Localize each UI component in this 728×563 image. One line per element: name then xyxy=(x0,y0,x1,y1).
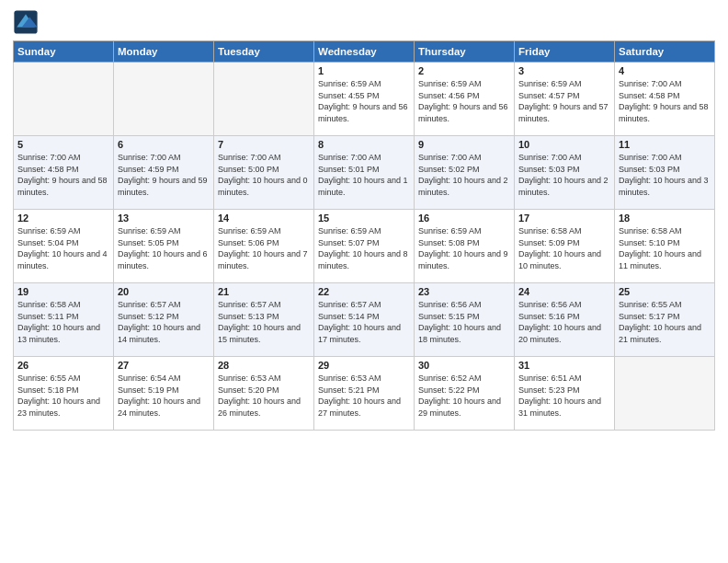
day-number: 15 xyxy=(318,213,410,224)
day-number: 25 xyxy=(619,286,711,297)
calendar-cell: 10Sunrise: 7:00 AM Sunset: 5:03 PM Dayli… xyxy=(515,136,615,210)
day-info: Sunrise: 6:56 AM Sunset: 5:15 PM Dayligh… xyxy=(418,299,510,345)
calendar-cell: 13Sunrise: 6:59 AM Sunset: 5:05 PM Dayli… xyxy=(114,210,214,283)
calendar-cell: 5Sunrise: 7:00 AM Sunset: 4:58 PM Daylig… xyxy=(14,136,114,210)
calendar-cell xyxy=(214,63,314,136)
day-info: Sunrise: 6:56 AM Sunset: 5:16 PM Dayligh… xyxy=(518,299,610,345)
calendar-cell: 7Sunrise: 7:00 AM Sunset: 5:00 PM Daylig… xyxy=(214,136,314,210)
calendar-cell: 29Sunrise: 6:53 AM Sunset: 5:21 PM Dayli… xyxy=(314,357,415,431)
calendar-cell: 26Sunrise: 6:55 AM Sunset: 5:18 PM Dayli… xyxy=(14,357,114,431)
day-number: 8 xyxy=(318,139,410,150)
calendar-table: SundayMondayTuesdayWednesdayThursdayFrid… xyxy=(13,40,715,431)
day-number: 17 xyxy=(518,213,610,224)
calendar-cell: 11Sunrise: 7:00 AM Sunset: 5:03 PM Dayli… xyxy=(615,136,715,210)
day-info: Sunrise: 6:54 AM Sunset: 5:19 PM Dayligh… xyxy=(118,373,210,419)
day-number: 24 xyxy=(518,286,610,297)
day-info: Sunrise: 6:59 AM Sunset: 4:57 PM Dayligh… xyxy=(518,78,610,124)
day-info: Sunrise: 6:57 AM Sunset: 5:14 PM Dayligh… xyxy=(318,299,410,345)
calendar-cell: 15Sunrise: 6:59 AM Sunset: 5:07 PM Dayli… xyxy=(314,210,415,283)
day-number: 13 xyxy=(118,213,210,224)
day-number: 22 xyxy=(318,286,410,297)
calendar-cell: 17Sunrise: 6:58 AM Sunset: 5:09 PM Dayli… xyxy=(515,210,615,283)
logo-icon xyxy=(13,9,39,35)
calendar-cell: 9Sunrise: 7:00 AM Sunset: 5:02 PM Daylig… xyxy=(415,136,515,210)
calendar-cell: 1Sunrise: 6:59 AM Sunset: 4:55 PM Daylig… xyxy=(314,63,415,136)
day-info: Sunrise: 6:52 AM Sunset: 5:22 PM Dayligh… xyxy=(418,373,510,419)
calendar-cell: 20Sunrise: 6:57 AM Sunset: 5:12 PM Dayli… xyxy=(114,283,214,357)
calendar-cell: 3Sunrise: 6:59 AM Sunset: 4:57 PM Daylig… xyxy=(515,63,615,136)
day-number: 21 xyxy=(218,286,310,297)
day-info: Sunrise: 6:58 AM Sunset: 5:09 PM Dayligh… xyxy=(518,225,610,271)
day-info: Sunrise: 6:57 AM Sunset: 5:12 PM Dayligh… xyxy=(118,299,210,345)
day-info: Sunrise: 6:51 AM Sunset: 5:23 PM Dayligh… xyxy=(518,373,610,419)
day-number: 14 xyxy=(218,213,310,224)
header-cell-thursday: Thursday xyxy=(415,41,515,63)
calendar-body: 1Sunrise: 6:59 AM Sunset: 4:55 PM Daylig… xyxy=(14,63,715,431)
day-info: Sunrise: 6:59 AM Sunset: 5:08 PM Dayligh… xyxy=(418,225,510,271)
day-number: 4 xyxy=(619,65,711,76)
day-info: Sunrise: 6:59 AM Sunset: 5:04 PM Dayligh… xyxy=(17,225,109,271)
day-number: 26 xyxy=(17,360,109,371)
calendar-cell: 22Sunrise: 6:57 AM Sunset: 5:14 PM Dayli… xyxy=(314,283,415,357)
day-info: Sunrise: 7:00 AM Sunset: 4:58 PM Dayligh… xyxy=(17,152,109,198)
day-number: 1 xyxy=(318,65,410,76)
calendar-cell xyxy=(114,63,214,136)
day-info: Sunrise: 7:00 AM Sunset: 5:01 PM Dayligh… xyxy=(318,152,410,198)
day-info: Sunrise: 6:58 AM Sunset: 5:10 PM Dayligh… xyxy=(619,225,711,271)
day-number: 6 xyxy=(118,139,210,150)
day-number: 5 xyxy=(17,139,109,150)
calendar-cell: 4Sunrise: 7:00 AM Sunset: 4:58 PM Daylig… xyxy=(615,63,715,136)
day-info: Sunrise: 7:00 AM Sunset: 5:03 PM Dayligh… xyxy=(619,152,711,198)
calendar-cell xyxy=(14,63,114,136)
day-info: Sunrise: 7:00 AM Sunset: 5:02 PM Dayligh… xyxy=(418,152,510,198)
day-info: Sunrise: 6:59 AM Sunset: 4:56 PM Dayligh… xyxy=(418,78,510,124)
day-info: Sunrise: 7:00 AM Sunset: 4:59 PM Dayligh… xyxy=(118,152,210,198)
page-container: SundayMondayTuesdayWednesdayThursdayFrid… xyxy=(0,0,728,440)
day-info: Sunrise: 7:00 AM Sunset: 5:00 PM Dayligh… xyxy=(218,152,310,198)
day-info: Sunrise: 6:55 AM Sunset: 5:18 PM Dayligh… xyxy=(17,373,109,419)
header-cell-friday: Friday xyxy=(515,41,615,63)
day-number: 2 xyxy=(418,65,510,76)
day-number: 20 xyxy=(118,286,210,297)
calendar-week-3: 12Sunrise: 6:59 AM Sunset: 5:04 PM Dayli… xyxy=(14,210,715,283)
header-cell-wednesday: Wednesday xyxy=(314,41,415,63)
header-cell-sunday: Sunday xyxy=(14,41,114,63)
header-cell-tuesday: Tuesday xyxy=(214,41,314,63)
calendar-cell: 30Sunrise: 6:52 AM Sunset: 5:22 PM Dayli… xyxy=(415,357,515,431)
day-info: Sunrise: 6:59 AM Sunset: 5:07 PM Dayligh… xyxy=(318,225,410,271)
day-info: Sunrise: 6:59 AM Sunset: 4:55 PM Dayligh… xyxy=(318,78,410,124)
day-info: Sunrise: 6:53 AM Sunset: 5:20 PM Dayligh… xyxy=(218,373,310,419)
calendar-week-5: 26Sunrise: 6:55 AM Sunset: 5:18 PM Dayli… xyxy=(14,357,715,431)
day-number: 18 xyxy=(619,213,711,224)
calendar-header-row: SundayMondayTuesdayWednesdayThursdayFrid… xyxy=(14,41,715,63)
logo xyxy=(13,9,42,35)
calendar-cell: 23Sunrise: 6:56 AM Sunset: 5:15 PM Dayli… xyxy=(415,283,515,357)
header-cell-saturday: Saturday xyxy=(615,41,715,63)
day-number: 30 xyxy=(418,360,510,371)
day-number: 28 xyxy=(218,360,310,371)
calendar-week-1: 1Sunrise: 6:59 AM Sunset: 4:55 PM Daylig… xyxy=(14,63,715,136)
header-cell-monday: Monday xyxy=(114,41,214,63)
day-info: Sunrise: 6:53 AM Sunset: 5:21 PM Dayligh… xyxy=(318,373,410,419)
calendar-cell: 6Sunrise: 7:00 AM Sunset: 4:59 PM Daylig… xyxy=(114,136,214,210)
day-info: Sunrise: 6:57 AM Sunset: 5:13 PM Dayligh… xyxy=(218,299,310,345)
day-info: Sunrise: 7:00 AM Sunset: 5:03 PM Dayligh… xyxy=(518,152,610,198)
day-info: Sunrise: 7:00 AM Sunset: 4:58 PM Dayligh… xyxy=(619,78,711,124)
calendar-cell: 12Sunrise: 6:59 AM Sunset: 5:04 PM Dayli… xyxy=(14,210,114,283)
day-number: 11 xyxy=(619,139,711,150)
calendar-cell: 2Sunrise: 6:59 AM Sunset: 4:56 PM Daylig… xyxy=(415,63,515,136)
day-number: 19 xyxy=(17,286,109,297)
day-info: Sunrise: 6:58 AM Sunset: 5:11 PM Dayligh… xyxy=(17,299,109,345)
calendar-cell: 19Sunrise: 6:58 AM Sunset: 5:11 PM Dayli… xyxy=(14,283,114,357)
day-info: Sunrise: 6:55 AM Sunset: 5:17 PM Dayligh… xyxy=(619,299,711,345)
header xyxy=(13,9,715,35)
calendar-cell: 18Sunrise: 6:58 AM Sunset: 5:10 PM Dayli… xyxy=(615,210,715,283)
calendar-cell xyxy=(615,357,715,431)
calendar-cell: 31Sunrise: 6:51 AM Sunset: 5:23 PM Dayli… xyxy=(515,357,615,431)
calendar-cell: 24Sunrise: 6:56 AM Sunset: 5:16 PM Dayli… xyxy=(515,283,615,357)
calendar-cell: 21Sunrise: 6:57 AM Sunset: 5:13 PM Dayli… xyxy=(214,283,314,357)
day-number: 27 xyxy=(118,360,210,371)
day-number: 29 xyxy=(318,360,410,371)
calendar-cell: 14Sunrise: 6:59 AM Sunset: 5:06 PM Dayli… xyxy=(214,210,314,283)
calendar-week-4: 19Sunrise: 6:58 AM Sunset: 5:11 PM Dayli… xyxy=(14,283,715,357)
